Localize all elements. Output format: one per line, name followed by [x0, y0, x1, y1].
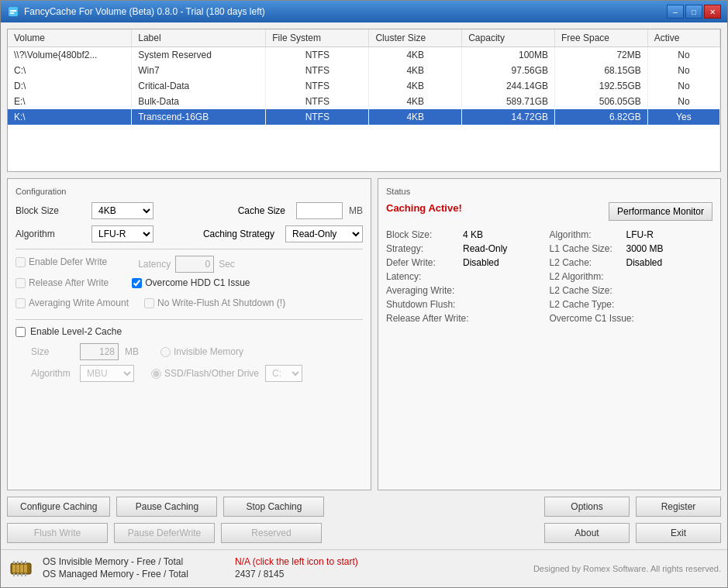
volume-table-section: Volume Label File System Cluster Size Ca… — [7, 29, 721, 172]
cell-label: Critical-Data — [132, 78, 266, 94]
no-write-flush-row: No Write-Flush At Shutdown (!) — [144, 297, 285, 308]
main-content: Volume Label File System Cluster Size Ca… — [1, 22, 727, 549]
left-action-buttons-2: Flush Write Pause DeferWrite Reserved — [7, 523, 530, 543]
cell-volume: D:\ — [8, 78, 132, 94]
status-title: Status — [386, 187, 712, 196]
close-button[interactable]: ✕ — [704, 5, 721, 19]
status-shutdown-flush: Shutdown Flush: — [386, 297, 550, 311]
cell-fs: NTFS — [266, 94, 369, 109]
col-free: Free Space — [554, 29, 647, 47]
footer-invisible-row: OS Invisible Memory - Free / Total N/A (… — [43, 556, 526, 567]
defer-write-row: Enable Defer Write — [16, 256, 107, 268]
cell-cluster: 4KB — [369, 78, 462, 94]
minimize-button[interactable]: – — [667, 5, 684, 19]
footer-invisible-value: N/A (click the left icon to start) — [235, 556, 358, 567]
status-l2-cache-type: L2 Cache Type: — [550, 297, 713, 311]
about-button[interactable]: About — [544, 523, 630, 543]
cell-free: 68.15GB — [554, 63, 647, 78]
table-row-empty — [8, 125, 720, 140]
latency-input[interactable] — [175, 256, 214, 273]
algorithm-key: Algorithm: — [550, 229, 623, 240]
cache-size-input[interactable]: 3000 — [296, 202, 343, 219]
pause-caching-button[interactable]: Pause Caching — [116, 497, 217, 517]
table-row[interactable]: D:\ Critical-Data NTFS 4KB 244.14GB 192.… — [8, 78, 720, 94]
caching-strategy-select[interactable]: Read-Only Write-Back Write-Through — [285, 225, 363, 242]
averaging-write-checkbox[interactable] — [16, 298, 26, 308]
algorithm-select[interactable]: LFU-R — [91, 225, 154, 242]
l2-size-label: Size — [31, 346, 74, 357]
strategy-key: Strategy: — [386, 243, 460, 254]
cell-capacity: 100MB — [462, 47, 555, 64]
release-after-label: Release After Write — [29, 277, 109, 288]
latency-key: Latency: — [386, 271, 460, 282]
status-l2-cache-size: L2 Cache Size: — [550, 284, 713, 297]
stop-caching-button[interactable]: Stop Caching — [223, 497, 324, 517]
svg-rect-13 — [17, 573, 19, 576]
block-size-select[interactable]: 4KB — [91, 202, 154, 219]
svg-rect-5 — [16, 565, 19, 573]
cell-capacity: 14.72GB — [462, 109, 555, 125]
cell-cluster: 4KB — [369, 109, 462, 125]
cell-active: No — [647, 78, 719, 94]
status-l2-algo: L2 Algorithm: — [550, 270, 713, 284]
configure-caching-button[interactable]: Configure Caching — [7, 497, 110, 517]
volume-table: Volume Label File System Cluster Size Ca… — [8, 29, 720, 171]
averaging-write-row: Averaging Write Amount — [16, 297, 129, 308]
flush-write-button[interactable]: Flush Write — [7, 523, 108, 543]
footer-icon-area[interactable] — [7, 555, 35, 583]
table-row[interactable]: E:\ Bulk-Data NTFS 4KB 589.71GB 506.05GB… — [8, 94, 720, 109]
cell-capacity: 589.71GB — [462, 94, 555, 109]
footer-managed-label: OS Managed Memory - Free / Total — [43, 569, 229, 579]
l2-algo-select[interactable]: MBU — [80, 365, 134, 382]
enable-level2-label: Enable Level-2 Cache — [30, 326, 122, 337]
overcome-hdd-checkbox[interactable] — [132, 278, 142, 288]
action-row-1: Configure Caching Pause Caching Stop Cac… — [7, 497, 721, 517]
col-capacity: Capacity — [462, 29, 555, 47]
defer-write-checkbox[interactable] — [16, 257, 26, 267]
caching-strategy-label: Caching Strategy — [203, 229, 274, 239]
cell-label: System Reserved — [132, 47, 266, 64]
drive-select[interactable]: C: — [265, 365, 302, 382]
cache-size-label: Cache Size — [238, 205, 285, 216]
status-overcome-c1: Overcome C1 Issue: — [550, 311, 713, 325]
status-release-after: Release After Write: — [386, 311, 550, 325]
cell-active: No — [647, 47, 719, 64]
strategy-val: Read-Only — [463, 243, 507, 254]
table-row[interactable]: K:\ Transcend-16GB NTFS 4KB 14.72GB 6.82… — [8, 109, 720, 125]
l2-size-unit: MB — [125, 346, 139, 357]
cell-fs: NTFS — [266, 78, 369, 94]
options-button[interactable]: Options — [544, 497, 630, 517]
release-after-checkbox[interactable] — [16, 278, 26, 288]
maximize-button[interactable]: □ — [685, 5, 702, 19]
cell-cluster: 4KB — [369, 47, 462, 64]
invisible-memory-radio[interactable] — [160, 347, 171, 357]
ssd-flash-radio[interactable] — [151, 369, 161, 379]
pause-defer-write-button[interactable]: Pause DeferWrite — [114, 523, 215, 543]
footer-info: OS Invisible Memory - Free / Total N/A (… — [43, 556, 526, 581]
status-block-size: Block Size: 4 KB — [386, 228, 550, 242]
svg-rect-11 — [25, 561, 26, 564]
svg-rect-10 — [21, 561, 22, 564]
block-size-key: Block Size: — [386, 229, 460, 240]
cell-volume: \\?\Volume{480bf2... — [8, 47, 132, 64]
status-top: Caching Active! Performance Monitor — [386, 202, 712, 222]
level2-checkbox[interactable] — [16, 327, 26, 337]
cell-fs: NTFS — [266, 109, 369, 125]
left-action-buttons: Configure Caching Pause Caching Stop Cac… — [7, 497, 530, 517]
l2-size-input[interactable] — [80, 343, 119, 360]
l2-cache-type-key: L2 Cache Type: — [550, 299, 623, 310]
cell-cluster: 4KB — [369, 63, 462, 78]
no-write-flush-checkbox[interactable] — [144, 298, 154, 308]
svg-rect-6 — [20, 565, 23, 573]
reserved-button[interactable]: Reserved — [221, 523, 322, 543]
footer-managed-row: OS Managed Memory - Free / Total 2437 / … — [43, 569, 526, 579]
l2-algo-key: L2 Algorithm: — [550, 271, 623, 282]
level2-algo-row: Algorithm MBU SSD/Flash/Other Drive C: — [16, 365, 363, 382]
table-row[interactable]: C:\ Win7 NTFS 4KB 97.56GB 68.15GB No — [8, 63, 720, 78]
register-button[interactable]: Register — [636, 497, 721, 517]
shutdown-flush-key: Shutdown Flush: — [386, 299, 460, 310]
exit-button[interactable]: Exit — [636, 523, 721, 543]
table-row[interactable]: \\?\Volume{480bf2... System Reserved NTF… — [8, 47, 720, 64]
perf-monitor-button[interactable]: Performance Monitor — [609, 202, 712, 221]
release-after-key: Release After Write: — [386, 313, 469, 324]
